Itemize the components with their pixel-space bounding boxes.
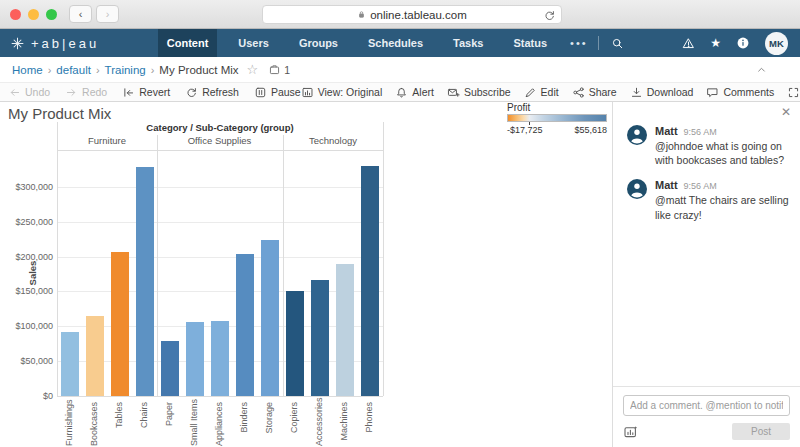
nav-item-content[interactable]: Content	[158, 29, 218, 57]
x-label-small-items[interactable]: Small Items	[189, 402, 201, 446]
toolbar-full-screen-button[interactable]: Full Screen	[787, 86, 800, 99]
toolbar-share-button[interactable]: Share	[572, 86, 617, 99]
traffic-lights	[10, 9, 57, 20]
breadcrumb-item-my-product-mix[interactable]: My Product Mix	[159, 64, 238, 76]
bar-storage[interactable]	[261, 240, 279, 396]
nav-item-schedules[interactable]: Schedules	[359, 29, 432, 57]
breadcrumb-item-home[interactable]: Home	[12, 64, 43, 76]
comment-text: @matt The chairs are selling like crazy!	[655, 193, 790, 221]
user-avatar[interactable]: MK	[765, 32, 788, 55]
y-tick-label: $300,000	[0, 182, 53, 192]
toolbar-view-original-button[interactable]: View: Original	[301, 86, 383, 99]
info-icon[interactable]	[736, 36, 750, 50]
zoom-window-icon[interactable]	[46, 9, 57, 20]
tag-indicator[interactable]: 1	[268, 63, 290, 76]
toolbar-pause-button[interactable]: Pause	[254, 86, 301, 99]
toolbar-redo-button[interactable]: Redo	[65, 86, 107, 99]
breadcrumb-item-default[interactable]: default	[56, 64, 91, 76]
x-label-machines[interactable]: Machines	[339, 402, 351, 446]
toolbar-undo-button[interactable]: Undo	[8, 86, 50, 99]
bar-bookcases[interactable]	[86, 316, 104, 396]
browser-back-button[interactable]: ‹	[69, 5, 92, 23]
bar-paper[interactable]	[161, 341, 179, 396]
toolbar-subscribe-button[interactable]: Subscribe	[447, 86, 511, 99]
toolbar-button-label: Undo	[25, 86, 50, 98]
legend-min-label: -$17,725	[507, 125, 543, 135]
refresh-icon	[185, 86, 198, 99]
viz-area: My Product Mix Profit -$17,725 $55,618 C…	[0, 102, 612, 447]
toolbar-button-label: Pause	[271, 86, 301, 98]
undo-icon	[8, 86, 21, 99]
x-label-storage[interactable]: Storage	[264, 402, 276, 446]
breadcrumb-item-training[interactable]: Training	[105, 64, 146, 76]
comments-bubble-icon	[706, 86, 719, 99]
collapse-toolbar-icon[interactable]	[755, 63, 768, 76]
x-label-furnishings[interactable]: Furnishings	[64, 402, 76, 446]
toolbar-edit-button[interactable]: Edit	[524, 86, 559, 99]
gridline	[57, 291, 383, 292]
x-label-tables[interactable]: Tables	[114, 402, 126, 446]
favorite-star-outline-icon[interactable]: ☆	[247, 62, 259, 77]
toolbar-button-label: View: Original	[318, 86, 383, 98]
post-comment-button[interactable]: Post	[732, 423, 790, 440]
nav-item-groups[interactable]: Groups	[290, 29, 347, 57]
profit-color-gradient[interactable]	[507, 114, 607, 122]
x-label-chairs[interactable]: Chairs	[139, 402, 151, 446]
toolbar-comments-button[interactable]: Comments	[706, 86, 774, 99]
x-label-copiers[interactable]: Copiers	[289, 402, 301, 446]
comments-panel: ✕ Matt9:56 AM@johndoe what is going on w…	[612, 102, 800, 447]
bar-small-items[interactable]	[186, 322, 204, 396]
close-panel-icon[interactable]: ✕	[781, 105, 791, 119]
bar-copiers[interactable]	[286, 291, 304, 396]
toolbar-button-label: Share	[589, 86, 617, 98]
tableau-wordmark: +ab|eau	[31, 36, 99, 51]
more-menu-icon[interactable]: •••	[570, 37, 588, 49]
minimize-window-icon[interactable]	[28, 9, 39, 20]
x-label-accessories[interactable]: Accessories	[314, 402, 326, 446]
bar-chairs[interactable]	[136, 167, 154, 396]
legend-title: Profit	[507, 102, 530, 113]
comment-text: @johndoe what is going on with bookcases…	[655, 139, 790, 167]
revert-icon	[122, 86, 135, 99]
alerts-warning-icon[interactable]	[682, 37, 695, 50]
pane-label-furniture[interactable]: Furniture	[57, 135, 157, 150]
x-label-paper[interactable]: Paper	[164, 402, 176, 446]
bar-binders[interactable]	[236, 254, 254, 396]
address-bar[interactable]: online.tableau.com	[262, 5, 562, 24]
toolbar-revert-button[interactable]: Revert	[122, 86, 170, 99]
x-label-bookcases[interactable]: Bookcases	[89, 402, 101, 446]
bar-accessories[interactable]	[311, 280, 329, 396]
bar-machines[interactable]	[336, 264, 354, 396]
toolbar-alert-button[interactable]: Alert	[395, 86, 434, 99]
bar-phones[interactable]	[361, 166, 379, 396]
browser-refresh-icon[interactable]	[543, 9, 556, 22]
tableau-logo[interactable]: +ab|eau	[10, 36, 99, 51]
attach-snapshot-icon[interactable]	[623, 424, 639, 440]
pane-label-technology[interactable]: Technology	[283, 135, 383, 150]
comment-input[interactable]	[623, 395, 790, 416]
favorites-star-icon[interactable]: ★	[710, 37, 721, 49]
comment-item: Matt9:56 AM@matt The chairs are selling …	[613, 173, 800, 227]
bar-furnishings[interactable]	[61, 332, 79, 396]
toolbar-button-label: Alert	[412, 86, 434, 98]
x-label-phones[interactable]: Phones	[364, 402, 376, 446]
pane-label-office-supplies[interactable]: Office Supplies	[157, 135, 282, 150]
browser-forward-button[interactable]: ›	[96, 5, 119, 23]
search-icon[interactable]	[611, 37, 624, 50]
bar-tables[interactable]	[111, 252, 129, 396]
download-icon	[630, 86, 643, 99]
nav-item-users[interactable]: Users	[229, 29, 278, 57]
bar-appliances[interactable]	[211, 321, 229, 396]
nav-item-tasks[interactable]: Tasks	[444, 29, 492, 57]
toolbar-button-label: Edit	[541, 86, 559, 98]
x-label-appliances[interactable]: Appliances	[214, 402, 226, 446]
toolbar-button-label: Comments	[723, 86, 774, 98]
nav-item-status[interactable]: Status	[504, 29, 556, 57]
column-field-header[interactable]: Category / Sub-Category (group)	[57, 122, 383, 133]
y-tick-label: $50,000	[0, 356, 53, 366]
fullscreen-icon	[787, 86, 800, 99]
close-window-icon[interactable]	[10, 9, 21, 20]
toolbar-refresh-button[interactable]: Refresh	[185, 86, 239, 99]
x-label-binders[interactable]: Binders	[239, 402, 251, 446]
toolbar-download-button[interactable]: Download	[630, 86, 694, 99]
